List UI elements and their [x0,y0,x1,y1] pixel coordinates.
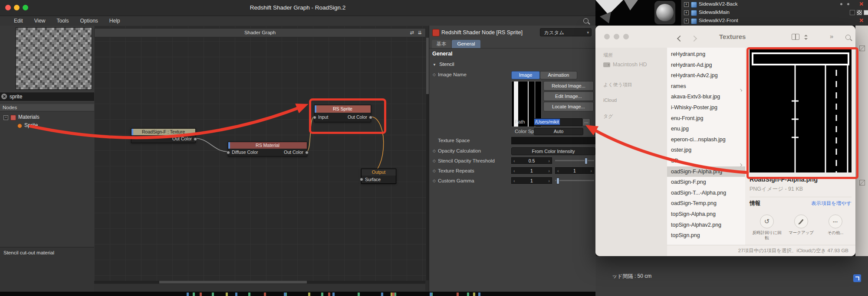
file-row[interactable]: topSign-Alpha.png [667,209,745,220]
texture-space-dropdown[interactable] [511,137,595,144]
color-space-dropdown[interactable]: Auto [534,128,583,135]
expander-icon[interactable]: + [684,19,689,23]
folder-row[interactable]: SD [667,156,745,166]
node-rs-material[interactable]: RS Material Diffuse Color Out Color [228,142,307,156]
zoom-button[interactable] [623,34,629,39]
finder-toolbar[interactable]: Textures » [595,26,855,48]
markup-action[interactable]: マークアップ [786,215,817,241]
expand-icon[interactable] [859,180,865,185]
file-row[interactable]: eperon-ci...nsplash.jpg [667,134,745,145]
node-search-field[interactable]: sprite [0,92,94,101]
file-row[interactable]: reHydrant.png [667,49,745,60]
path-input[interactable]: /Users/mikit [534,118,582,126]
image-tab-button[interactable]: Image [511,71,540,79]
stepper-prev-icon[interactable]: ‹ [513,168,515,173]
stepper-next-icon[interactable]: › [548,168,550,173]
stepper-prev-icon[interactable]: ‹ [557,168,559,173]
tree-expander-icon[interactable]: − [3,115,8,120]
object-row[interactable]: + SidewalkV2-Back [681,0,868,8]
titlebar[interactable]: Redshift Shader Graph - RoadSign.2 [0,0,595,16]
expander-icon[interactable]: + [684,2,689,7]
stencil-threshold-slider[interactable] [555,157,594,164]
node-rs-sprite[interactable]: RS Sprite Input Out Color [314,105,371,122]
stepper-prev-icon[interactable]: ‹ [513,158,515,163]
menu-tools[interactable]: Tools [56,18,69,24]
red-x-icon[interactable] [859,2,864,6]
file-row[interactable]: enu.jpg [667,124,745,134]
close-button[interactable] [604,34,610,39]
output-port[interactable] [369,116,372,119]
menu-edit[interactable]: Edit [14,18,23,24]
search-icon[interactable] [583,18,589,23]
rotate-action[interactable]: ↺ 反時計回りに回転 [751,215,783,241]
custom-gamma-stepper[interactable]: ‹ 1 › [511,177,552,184]
material-swatch[interactable] [850,10,855,15]
custom-gamma-slider[interactable] [555,177,594,184]
tree-item-materials[interactable]: − Materials [0,114,94,121]
preset-dropdown[interactable]: カスタム ▾ [540,28,592,36]
output-port[interactable] [305,151,309,154]
file-row[interactable]: topSign.png [667,230,745,241]
file-row[interactable]: reHydrant-Adv2.jpg [667,70,745,81]
stepper-next-icon[interactable]: › [548,158,550,163]
object-row[interactable]: + SidewalkV2-Front [681,16,868,25]
forward-button[interactable] [692,35,696,42]
preview-image[interactable] [750,49,852,172]
material-swatch[interactable] [864,10,868,15]
disclosure-triangle-icon[interactable]: ▼ [433,63,436,67]
input-port[interactable] [360,178,363,181]
slider-handle[interactable] [556,178,559,184]
import-icon[interactable]: ⇊ [418,29,422,37]
file-row[interactable]: i-Whisky-Poster.jpg [667,102,745,113]
file-row[interactable]: reHydrant-Ad.jpg [667,60,745,71]
back-button[interactable] [678,35,682,42]
column-view-icon[interactable] [792,34,799,42]
pan-icon[interactable]: ⇄ [410,29,414,37]
file-row[interactable]: oster.jpg [667,145,745,156]
tree-item-sprite[interactable]: Sprite [0,122,94,129]
menu-view[interactable]: View [34,18,46,24]
tab-general[interactable]: General [452,40,480,48]
edit-image-button[interactable]: Edit Image... [543,91,594,101]
layer-badge-icon[interactable] [853,274,861,282]
output-port[interactable] [194,137,197,141]
stepper-next-icon[interactable]: › [548,178,550,183]
shader-graph-canvas[interactable]: Shader Graph ⇄ ⇊ RoadSign-F : Texture Ou… [94,26,429,292]
input-port[interactable] [227,151,230,154]
file-row[interactable]: akava-Extv3-blur.jpg [667,91,745,102]
node-output[interactable]: Output Surface [361,169,396,184]
object-row[interactable]: + SidewalkMain [681,8,868,16]
locate-image-button[interactable]: Locate Image... [543,102,594,111]
material-sphere-icon[interactable] [654,1,675,24]
material-swatch[interactable] [857,10,862,15]
visibility-dot-icon[interactable] [840,3,842,5]
sort-icon[interactable] [804,34,808,42]
file-row[interactable]: oadSign-F.png [667,177,745,188]
tab-basic[interactable]: 基本 [432,40,451,48]
search-icon[interactable] [845,34,851,42]
more-toolbar-icon[interactable]: » [830,33,833,40]
file-row[interactable]: enu-Front.jpg [667,113,745,124]
visibility-dot-icon[interactable] [847,3,849,5]
file-row[interactable]: oadSign-Temp.png [667,198,745,209]
clear-search-icon[interactable] [1,94,7,99]
input-port[interactable] [313,116,316,119]
expand-icon[interactable] [859,46,865,51]
stencil-threshold-stepper[interactable]: ‹ 0.5 › [511,157,552,164]
file-row-selected[interactable]: oadSign-F-Alpha.png [667,166,745,177]
minimize-button[interactable] [614,34,619,39]
red-x-icon[interactable] [859,18,864,23]
expander-icon[interactable]: + [684,10,689,15]
group-stencil[interactable]: ▼ Stencil [433,62,454,67]
texture-repeats-u-stepper[interactable]: ‹ 1 › [511,167,552,174]
menu-options[interactable]: Options [80,18,98,24]
reload-image-button[interactable]: Reload Image... [543,81,594,91]
more-action[interactable]: ••• その他... [820,215,851,241]
opacity-calc-dropdown[interactable]: From Color Intensity [511,147,595,155]
folder-row[interactable]: rames [667,81,745,92]
menu-help[interactable]: Help [109,18,120,24]
texture-preview-thumbnail[interactable] [16,27,92,90]
file-row[interactable]: oadSign-T...-Alpha.png [667,188,745,198]
stepper-next-icon[interactable]: › [590,168,592,173]
show-more-link[interactable]: 表示項目を増やす [811,200,852,207]
